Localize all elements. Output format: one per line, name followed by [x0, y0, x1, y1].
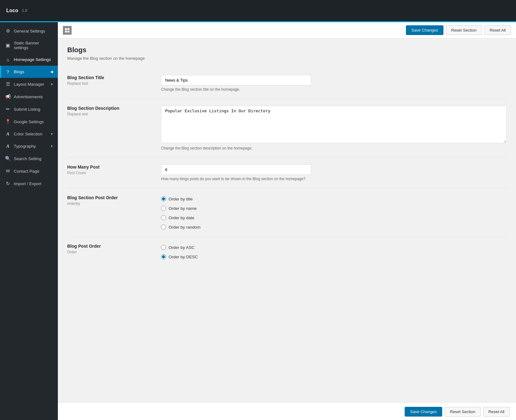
sidebar-item-search-setting[interactable]: 🔍 Search Setting	[0, 152, 58, 165]
top-bar: Loco 1.0	[0, 0, 516, 21]
radio-order-name[interactable]: Order by name	[161, 206, 507, 211]
radio-order-asc[interactable]: Order by ASC	[161, 245, 507, 250]
sidebar-item-general-settings[interactable]: ⚙ General Settings	[0, 25, 58, 37]
sidebar-item-label: Search Setting	[14, 156, 42, 161]
setting-sublabel: Replace text	[67, 112, 155, 116]
reset-section-button[interactable]: Reset Section	[446, 25, 482, 35]
setting-label: How Many Post	[67, 164, 155, 170]
typography-icon: A	[5, 144, 11, 149]
banner-icon: ▣	[5, 43, 11, 48]
setting-sublabel: Replace text	[67, 81, 155, 86]
sidebar-item-label: Advertisements	[14, 94, 43, 99]
search-icon: 🔍	[5, 156, 11, 161]
svg-rect-2	[65, 31, 67, 33]
setting-label: Blog Section Post Order	[67, 195, 155, 200]
chevron-down-icon: ▾	[51, 132, 53, 136]
question-icon: ?	[5, 69, 11, 74]
sidebar-item-contact-page[interactable]: ✉ Contact Page	[0, 165, 58, 177]
sidebar-item-color-selection[interactable]: A Color Selection ▾	[0, 128, 58, 140]
pencil-icon: ✏	[5, 106, 11, 112]
grid-icon[interactable]	[63, 26, 72, 35]
sidebar-item-label: Static Banner settings	[14, 41, 53, 50]
setting-sublabel: Post Count	[67, 171, 155, 175]
setting-sublabel: orderby	[67, 201, 155, 206]
page-subtitle: Manage the Blog section on the homepage	[67, 56, 507, 61]
setting-label: Blog Section Description	[67, 106, 155, 111]
radio-label: Order by random	[169, 225, 200, 230]
sidebar-item-google-settings[interactable]: 📍 Google Settings	[0, 115, 58, 128]
reset-all-button[interactable]: Reset All	[484, 25, 511, 35]
setting-control-col: Popular Exclusive Listings In Our Direct…	[161, 106, 507, 150]
post-order-radio-group: Order by title Order by name Order by da…	[161, 196, 507, 230]
post-count-input[interactable]	[161, 164, 311, 175]
radio-order-title-input[interactable]	[161, 196, 166, 201]
app-name: Loco	[6, 8, 18, 13]
sidebar-item-static-banner[interactable]: ▣ Static Banner settings	[0, 37, 58, 53]
radio-order-date[interactable]: Order by date	[161, 215, 507, 220]
sidebar-item-blogs[interactable]: ? Blogs ◀	[0, 66, 58, 78]
sidebar-item-label: General Settings	[14, 29, 45, 33]
radio-order-desc[interactable]: Order by DESC	[161, 254, 507, 259]
sidebar-item-label: Import / Export	[14, 181, 42, 186]
setting-help: How many blogs posts do you want to be s…	[161, 177, 507, 181]
blog-post-order-radio-group: Order by ASC Order by DESC	[161, 245, 507, 259]
radio-label: Order by ASC	[169, 245, 195, 250]
svg-rect-1	[68, 28, 69, 30]
setting-label-col: Blog Post Order Order	[67, 244, 155, 254]
setting-label-col: Blog Section Description Replace text	[67, 106, 155, 116]
radio-order-random-input[interactable]	[161, 225, 166, 230]
setting-help: Change the Blog section title on the hom…	[161, 87, 507, 92]
save-changes-button[interactable]: Save Changes	[406, 25, 443, 35]
reset-all-bottom-button[interactable]: Reset All	[483, 407, 510, 417]
sync-icon: ↻	[5, 181, 11, 186]
app-version: 1.0	[22, 8, 27, 13]
sidebar-item-advertisements[interactable]: 📢 Advertisements	[0, 90, 58, 103]
sidebar-item-label: Google Settings	[14, 119, 44, 124]
svg-rect-0	[65, 28, 67, 30]
sidebar-item-label: Contact Page	[14, 169, 39, 174]
sidebar-item-homepage-settings[interactable]: ⌂ Homepage Settings	[0, 53, 58, 66]
setting-row-blog-description: Blog Section Description Replace text Po…	[67, 99, 507, 158]
radio-order-name-input[interactable]	[161, 206, 166, 211]
radio-label: Order by date	[169, 215, 195, 220]
setting-label-col: Blog Section Title Replace text	[67, 75, 155, 86]
toolbar: Save Changes Reset Section Reset All	[58, 22, 516, 38]
setting-row-how-many-post: How Many Post Post Count How many blogs …	[67, 158, 507, 188]
blog-description-textarea[interactable]: Popular Exclusive Listings In Our Direct…	[161, 106, 507, 143]
sidebar-item-label: Color Selection	[14, 132, 43, 136]
sidebar-item-import-export[interactable]: ↻ Import / Export	[0, 177, 58, 190]
content-area: Blogs Manage the Blog section on the hom…	[58, 38, 516, 402]
setting-row-blog-title: Blog Section Title Replace text Change t…	[67, 68, 507, 99]
blog-title-input[interactable]	[161, 75, 311, 85]
setting-sublabel: Order	[67, 250, 155, 254]
radio-label: Order by DESC	[169, 255, 198, 259]
sidebar-item-label: Homepage Settings	[14, 57, 51, 62]
ads-icon: 📢	[5, 94, 11, 99]
sidebar-item-typography[interactable]: A Typography ▾	[0, 140, 58, 152]
setting-label-col: Blog Section Post Order orderby	[67, 195, 155, 206]
home-icon: ⌂	[5, 57, 11, 62]
radio-order-asc-input[interactable]	[161, 245, 166, 250]
sidebar-item-layout-manager[interactable]: ☰ Layout Manager ▾	[0, 78, 58, 90]
layout-icon: ☰	[5, 81, 11, 87]
page-title: Blogs	[67, 46, 507, 54]
sidebar-item-label: Typography	[14, 144, 36, 149]
radio-label: Order by title	[169, 197, 193, 201]
setting-label: Blog Section Title	[67, 75, 155, 80]
radio-label: Order by name	[169, 206, 197, 211]
logo: Loco 1.0	[6, 8, 27, 13]
setting-label: Blog Post Order	[67, 244, 155, 249]
sidebar-item-label: Blogs	[14, 69, 24, 74]
radio-order-date-input[interactable]	[161, 215, 166, 220]
setting-help: Change the Blog section description on t…	[161, 146, 507, 150]
bottom-actions: Save Changes Reset Section Reset All	[58, 402, 516, 420]
radio-order-title[interactable]: Order by title	[161, 196, 507, 201]
radio-order-desc-input[interactable]	[161, 254, 166, 259]
sidebar-item-submit-listing[interactable]: ✏ Submit Listing	[0, 103, 58, 115]
sidebar-item-label: Layout Manager	[14, 82, 44, 87]
save-changes-bottom-button[interactable]: Save Changes	[405, 407, 442, 417]
radio-order-random[interactable]: Order by random	[161, 225, 507, 230]
setting-control-col: Order by ASC Order by DESC	[161, 244, 507, 259]
location-icon: 📍	[5, 119, 11, 124]
reset-section-bottom-button[interactable]: Reset Section	[445, 407, 481, 417]
